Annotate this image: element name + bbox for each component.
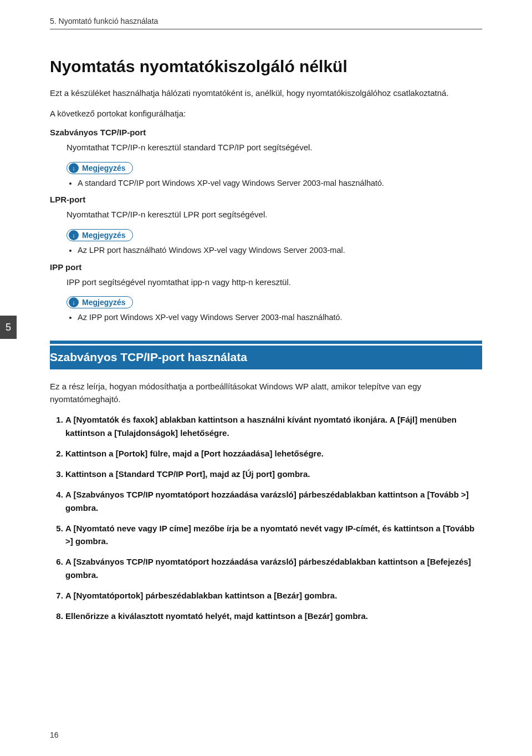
page-number: 16: [50, 730, 59, 739]
port-ipp-desc: IPP port segítségével nyomtathat ipp-n v…: [66, 276, 482, 289]
step-6: A [Szabványos TCP/IP nyomtatóport hozzáa…: [65, 555, 482, 581]
config-line: A következő portokat konfigurálhatja:: [50, 108, 482, 120]
step-4: A [Szabványos TCP/IP nyomtatóport hozzáa…: [65, 488, 482, 514]
step-5: A [Nyomtató neve vagy IP címe] mezőbe ír…: [65, 522, 482, 548]
section-tcp-usage-heading: Szabványos TCP/IP-port használata: [50, 341, 482, 370]
intro-paragraph: Ezt a készüléket használhatja hálózati n…: [50, 87, 482, 100]
step-3: Kattintson a [Standard TCP/IP Port], maj…: [65, 468, 482, 480]
step-8: Ellenőrizze a kiválasztott nyomtató hely…: [65, 610, 482, 622]
note-badge: ↓ Megjegyzés: [66, 162, 482, 174]
heading-bar-thick: [50, 341, 482, 344]
port-tcp-note: A standard TCP/IP port Windows XP-vel va…: [78, 177, 482, 190]
port-tcp-note-list: A standard TCP/IP port Windows XP-vel va…: [66, 177, 482, 190]
steps-list: A [Nyomtatók és faxok] ablakban kattints…: [50, 413, 482, 622]
page: 5. Nyomtató funkció használata 5 Nyomtat…: [0, 0, 532, 756]
port-ipp-note: Az IPP port Windows XP-vel vagy Windows …: [78, 312, 482, 324]
arrow-down-icon: ↓: [69, 297, 79, 307]
port-tcp-heading: Szabványos TCP/IP-port: [50, 128, 482, 137]
page-title: Nyomtatás nyomtatókiszolgáló nélkül: [50, 57, 482, 76]
port-lpr-note-list: Az LPR port használható Windows XP-vel v…: [66, 245, 482, 257]
step-2: Kattintson a [Portok] fülre, majd a [Por…: [65, 447, 482, 460]
note-label: Megjegyzés: [82, 164, 126, 172]
note-badge: ↓ Megjegyzés: [66, 296, 482, 308]
note-label: Megjegyzés: [82, 231, 126, 240]
section-intro: Ez a rész leírja, hogyan módosíthatja a …: [50, 380, 482, 405]
arrow-down-icon: ↓: [69, 163, 79, 173]
note-badge: ↓ Megjegyzés: [66, 229, 482, 241]
port-lpr-heading: LPR-port: [50, 195, 482, 204]
step-1: A [Nyomtatók és faxok] ablakban kattints…: [65, 413, 482, 439]
port-tcp-desc: Nyomtathat TCP/IP-n keresztül standard T…: [66, 141, 482, 154]
port-ipp-note-list: Az IPP port Windows XP-vel vagy Windows …: [66, 312, 482, 324]
section-title: Szabványos TCP/IP-port használata: [50, 346, 482, 369]
chapter-side-tab: 5: [0, 316, 17, 339]
port-lpr-desc: Nyomtathat TCP/IP-n keresztül LPR port s…: [66, 209, 482, 221]
port-lpr-note: Az LPR port használható Windows XP-vel v…: [78, 245, 482, 257]
step-7: A [Nyomtatóportok] párbeszédablakban kat…: [65, 589, 482, 602]
arrow-down-icon: ↓: [69, 230, 79, 240]
note-label: Megjegyzés: [82, 298, 126, 307]
port-ipp-heading: IPP port: [50, 262, 482, 272]
header-breadcrumb: 5. Nyomtató funkció használata: [50, 17, 482, 29]
